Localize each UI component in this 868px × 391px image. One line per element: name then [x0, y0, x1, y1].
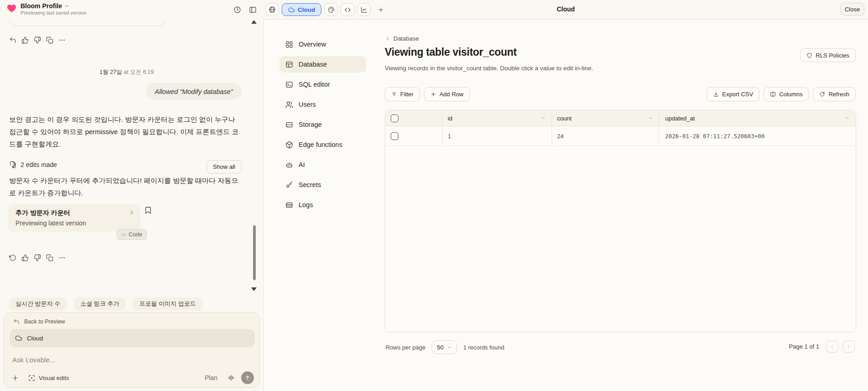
- columns-button[interactable]: Columns: [764, 87, 809, 101]
- key-icon: [285, 181, 293, 189]
- show-all-button[interactable]: Show all: [207, 160, 242, 173]
- code-chip-button[interactable]: Code: [117, 229, 147, 240]
- suggestion-chip[interactable]: 실시간 방문자 수: [9, 297, 67, 310]
- cell-updated-at[interactable]: 2026-01-28 07:11:27.520603+00: [659, 126, 856, 146]
- back-to-preview-button[interactable]: Back to Preview: [13, 318, 65, 325]
- column-header-id[interactable]: id: [442, 110, 552, 126]
- breadcrumb[interactable]: Database: [385, 35, 419, 42]
- next-page-button[interactable]: [842, 340, 855, 353]
- table-row[interactable]: 1 24 2026-01-28 07:11:27.520603+00: [385, 126, 856, 146]
- history-icon[interactable]: [233, 6, 241, 14]
- scroll-up-indicator[interactable]: [251, 20, 257, 24]
- message-actions-row: [9, 36, 66, 44]
- cell-count[interactable]: 24: [552, 126, 659, 146]
- chevron-down-icon[interactable]: [845, 115, 851, 121]
- rls-policies-label: RLS Policies: [816, 52, 849, 59]
- row-checkbox[interactable]: [391, 132, 398, 140]
- chevron-down-icon[interactable]: [541, 115, 547, 121]
- thumbs-up-icon[interactable]: [21, 36, 29, 44]
- back-to-preview-label: Back to Preview: [24, 318, 65, 325]
- chevron-down-icon[interactable]: [648, 115, 654, 121]
- edits-summary-label: 2 edits made: [21, 161, 57, 168]
- chevron-left-icon: [385, 36, 391, 42]
- project-name: Bloom Profile: [21, 2, 62, 10]
- sidebar-item-ai[interactable]: AI: [279, 156, 366, 173]
- records-table: id count updated_at 1 24 2026-01-28 07:1…: [385, 110, 856, 332]
- suggestion-chips: 실시간 방문자 수 소셜 링크 추가 프로필 이미지 업로드: [9, 297, 202, 310]
- select-all-checkbox[interactable]: [391, 115, 398, 122]
- code-chip-label: Code: [129, 231, 142, 238]
- rows-per-page-label: Rows per page: [386, 344, 425, 351]
- chat-input[interactable]: [12, 356, 249, 364]
- cloud-panel: Overview Database SQL editor Users Stora…: [264, 19, 868, 391]
- visual-edits-icon: [28, 375, 35, 381]
- bot-icon: [285, 161, 293, 169]
- terminal-icon: [285, 81, 293, 89]
- attach-plus-icon[interactable]: [11, 374, 19, 382]
- column-header-updated-at[interactable]: updated_at: [659, 110, 856, 126]
- cloud-icon: [15, 334, 22, 342]
- records-found-label: 1 records found: [463, 344, 504, 351]
- sidebar-item-sql-editor[interactable]: SQL editor: [279, 76, 366, 93]
- page-title: Viewing table visitor_count: [385, 46, 517, 58]
- column-header-count[interactable]: count: [552, 110, 659, 126]
- page-indicator: Page 1 of 1: [789, 343, 820, 350]
- message-actions-row: [9, 254, 66, 261]
- version-card[interactable]: 추가 방문자 카운터 Previewing latest version: [8, 204, 140, 232]
- panel-left-icon[interactable]: [249, 6, 257, 14]
- sidebar-item-logs[interactable]: Logs: [279, 197, 366, 213]
- copy-icon[interactable]: [46, 254, 53, 261]
- export-csv-button[interactable]: Export CSV: [707, 87, 760, 101]
- suggestion-chip[interactable]: 소셜 링크 추가: [74, 297, 125, 310]
- lovable-logo-icon: [6, 3, 17, 14]
- file-edit-icon: [9, 161, 16, 168]
- sidebar-item-secrets[interactable]: Secrets: [279, 177, 366, 193]
- sidebar-item-overview[interactable]: Overview: [279, 36, 366, 52]
- filter-icon: [391, 91, 397, 97]
- chat-composer: Back to Preview Cloud Visual edits Plan: [4, 312, 260, 388]
- sidebar-item-storage[interactable]: Storage: [279, 116, 366, 133]
- download-icon: [713, 91, 719, 97]
- close-button[interactable]: Close: [840, 3, 864, 16]
- send-button[interactable]: [241, 371, 254, 384]
- previous-page-button[interactable]: [826, 340, 838, 353]
- restore-icon[interactable]: [9, 254, 16, 261]
- chat-panel: 1월 27일 at 오전 6:19 Allowed "Modify databa…: [0, 19, 264, 391]
- sidebar-item-edge-functions[interactable]: Edge functions: [279, 136, 366, 153]
- more-options-icon[interactable]: [58, 36, 66, 44]
- assistant-message: 보안 경고는 이 경우 의도된 것입니다. 방문자 카운터는 로그인 없이 누구…: [9, 113, 243, 150]
- shield-icon: [806, 52, 812, 58]
- sidebar-item-users[interactable]: Users: [279, 96, 366, 113]
- sidebar-item-database[interactable]: Database: [279, 56, 366, 73]
- voice-input-icon[interactable]: [227, 374, 235, 381]
- refresh-button[interactable]: Refresh: [813, 87, 856, 101]
- copy-icon[interactable]: [46, 36, 53, 44]
- arrow-up-icon: [244, 375, 251, 381]
- undo-icon[interactable]: [9, 36, 16, 44]
- visual-edits-button[interactable]: Visual edits: [28, 375, 69, 381]
- suggestion-chip[interactable]: 프로필 이미지 업로드: [133, 297, 202, 310]
- thumbs-up-icon[interactable]: [21, 254, 29, 261]
- code-icon: [121, 232, 126, 237]
- add-row-button[interactable]: Add Row: [424, 87, 470, 101]
- box-icon: [285, 141, 293, 149]
- thumbs-down-icon[interactable]: [34, 36, 41, 44]
- chat-timestamp: 1월 27일 at 오전 6:19: [0, 68, 253, 76]
- table-footer-left: Rows per page 50 1 records found: [386, 340, 504, 354]
- filter-button[interactable]: Filter: [385, 87, 420, 101]
- plan-mode-button[interactable]: Plan: [205, 374, 217, 381]
- bookmark-icon[interactable]: [144, 206, 152, 214]
- table-icon: [285, 61, 293, 68]
- rls-policies-button[interactable]: RLS Policies: [800, 48, 856, 62]
- chat-scrollbar[interactable]: [253, 225, 256, 280]
- cell-id[interactable]: 1: [442, 126, 552, 146]
- context-item-cloud[interactable]: Cloud: [10, 329, 255, 347]
- previous-message-card-edge: [9, 19, 165, 26]
- thumbs-down-icon[interactable]: [34, 254, 41, 261]
- scroll-down-indicator[interactable]: [251, 287, 257, 291]
- page-size-select[interactable]: 50: [432, 340, 456, 354]
- chevron-left-icon: [829, 344, 835, 349]
- more-options-icon[interactable]: [58, 254, 66, 261]
- project-menu[interactable]: Bloom Profile Previewing last saved vers…: [6, 2, 87, 16]
- chevron-down-icon: [447, 345, 452, 350]
